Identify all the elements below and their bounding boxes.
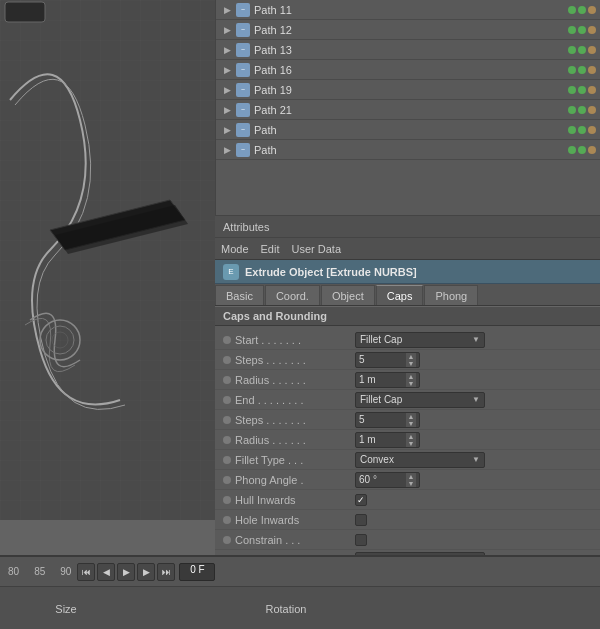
tab-basic[interactable]: Basic xyxy=(215,285,264,305)
checkbox-wrap-8 xyxy=(355,494,592,506)
prop-row-3: End . . . . . . . .Fillet Cap▼ xyxy=(215,390,600,410)
number-input-2[interactable]: 1 m ▲ ▼ xyxy=(355,372,420,388)
prop-indicator xyxy=(223,536,231,544)
stepper-5[interactable]: ▲ ▼ xyxy=(406,433,416,447)
expand-icon: ▶ xyxy=(220,23,234,37)
stepper-2[interactable]: ▲ ▼ xyxy=(406,373,416,387)
object-list-panel: ▶~Path 11▶~Path 12▶~Path 13▶~Path 16▶~Pa… xyxy=(215,0,600,215)
list-item[interactable]: ▶~Path 12 xyxy=(216,20,600,40)
checkbox-10[interactable] xyxy=(355,534,367,546)
checkbox-wrap-9 xyxy=(355,514,592,526)
timeline-mark-1: 85 xyxy=(34,566,45,577)
tab-caps[interactable]: Caps xyxy=(376,285,424,305)
obj-name-label: Path xyxy=(254,144,568,156)
checkbox-8[interactable] xyxy=(355,494,367,506)
prop-label-0: Start . . . . . . . xyxy=(235,334,355,346)
frame-input[interactable]: 0 F xyxy=(179,563,215,581)
3d-viewport[interactable] xyxy=(0,0,215,520)
timeline-nums: 80 85 90 xyxy=(8,566,71,577)
obj-name-label: Path xyxy=(254,124,568,136)
prop-label-1: Steps . . . . . . . xyxy=(235,354,355,366)
prop-value-3: Fillet Cap▼ xyxy=(355,392,592,408)
prop-indicator xyxy=(223,376,231,384)
attrs-header: Attributes xyxy=(215,216,600,238)
list-item[interactable]: ▶~Path 13 xyxy=(216,40,600,60)
obj-type-icon: ~ xyxy=(236,123,250,137)
prop-value-10 xyxy=(355,534,592,546)
menu-edit[interactable]: Edit xyxy=(261,243,280,255)
obj-name-label: Path 11 xyxy=(254,4,568,16)
rotation-label: Rotation xyxy=(236,603,336,615)
visibility-dots xyxy=(568,86,596,94)
timeline-mark-0: 80 xyxy=(8,566,19,577)
prop-row-5: Radius . . . . . .1 m ▲ ▼ xyxy=(215,430,600,450)
prop-indicator xyxy=(223,396,231,404)
list-item[interactable]: ▶~Path xyxy=(216,140,600,160)
list-item[interactable]: ▶~Path 16 xyxy=(216,60,600,80)
obj-type-icon: ~ xyxy=(236,23,250,37)
timeline-mark-2: 90 xyxy=(60,566,71,577)
stepper-down-4[interactable]: ▼ xyxy=(406,420,416,427)
prop-row-2: Radius . . . . . .1 m ▲ ▼ xyxy=(215,370,600,390)
prop-value-8 xyxy=(355,494,592,506)
stepper-up-7[interactable]: ▲ xyxy=(406,473,416,480)
number-input-1[interactable]: 5 ▲ ▼ xyxy=(355,352,420,368)
prop-value-6: Convex▼ xyxy=(355,452,592,468)
checkbox-9[interactable] xyxy=(355,514,367,526)
stepper-1[interactable]: ▲ ▼ xyxy=(406,353,416,367)
stepper-7[interactable]: ▲ ▼ xyxy=(406,473,416,487)
svg-rect-1 xyxy=(0,0,215,520)
stepper-up-4[interactable]: ▲ xyxy=(406,413,416,420)
object-badge: E xyxy=(223,264,239,280)
play-end-btn[interactable]: ⏭ xyxy=(157,563,175,581)
prop-indicator xyxy=(223,416,231,424)
stepper-up-1[interactable]: ▲ xyxy=(406,353,416,360)
obj-name-label: Path 13 xyxy=(254,44,568,56)
prop-row-4: Steps . . . . . . .5 ▲ ▼ xyxy=(215,410,600,430)
list-item[interactable]: ▶~Path 19 xyxy=(216,80,600,100)
prop-value-4: 5 ▲ ▼ xyxy=(355,412,592,428)
stepper-4[interactable]: ▲ ▼ xyxy=(406,413,416,427)
tab-coord[interactable]: Coord. xyxy=(265,285,320,305)
number-input-4[interactable]: 5 ▲ ▼ xyxy=(355,412,420,428)
prop-indicator xyxy=(223,356,231,364)
prop-label-5: Radius . . . . . . xyxy=(235,434,355,446)
play-start-btn[interactable]: ⏮ xyxy=(77,563,95,581)
dropdown-6[interactable]: Convex▼ xyxy=(355,452,485,468)
play-btn[interactable]: ▶ xyxy=(117,563,135,581)
visibility-dots xyxy=(568,146,596,154)
menu-mode[interactable]: Mode xyxy=(221,243,249,255)
prop-label-8: Hull Inwards xyxy=(235,494,355,506)
visibility-dots xyxy=(568,46,596,54)
number-input-5[interactable]: 1 m ▲ ▼ xyxy=(355,432,420,448)
stepper-up-5[interactable]: ▲ xyxy=(406,433,416,440)
dropdown-3[interactable]: Fillet Cap▼ xyxy=(355,392,485,408)
prop-indicator xyxy=(223,516,231,524)
obj-type-icon: ~ xyxy=(236,143,250,157)
dropdown-0[interactable]: Fillet Cap▼ xyxy=(355,332,485,348)
prop-label-3: End . . . . . . . . xyxy=(235,394,355,406)
stepper-down-7[interactable]: ▼ xyxy=(406,480,416,487)
stepper-down-2[interactable]: ▼ xyxy=(406,380,416,387)
tab-phong[interactable]: Phong xyxy=(424,285,478,305)
list-item[interactable]: ▶~Path 21 xyxy=(216,100,600,120)
number-input-7[interactable]: 60 ° ▲ ▼ xyxy=(355,472,420,488)
stepper-down-5[interactable]: ▼ xyxy=(406,440,416,447)
list-item[interactable]: ▶~Path 11 xyxy=(216,0,600,20)
prop-label-9: Hole Inwards xyxy=(235,514,355,526)
prop-label-2: Radius . . . . . . xyxy=(235,374,355,386)
prop-label-4: Steps . . . . . . . xyxy=(235,414,355,426)
prop-row-8: Hull Inwards xyxy=(215,490,600,510)
next-frame-btn[interactable]: ▶ xyxy=(137,563,155,581)
object-title-text: Extrude Object [Extrude NURBS] xyxy=(245,266,417,278)
stepper-down-1[interactable]: ▼ xyxy=(406,360,416,367)
menu-userdata[interactable]: User Data xyxy=(292,243,342,255)
stepper-up-2[interactable]: ▲ xyxy=(406,373,416,380)
prop-row-1: Steps . . . . . . .5 ▲ ▼ xyxy=(215,350,600,370)
tab-object[interactable]: Object xyxy=(321,285,375,305)
caps-section-header: Caps and Rounding xyxy=(215,306,600,326)
tabs-row: Basic Coord. Object Caps Phong xyxy=(215,284,600,306)
visibility-dots xyxy=(568,126,596,134)
prev-frame-btn[interactable]: ◀ xyxy=(97,563,115,581)
list-item[interactable]: ▶~Path xyxy=(216,120,600,140)
